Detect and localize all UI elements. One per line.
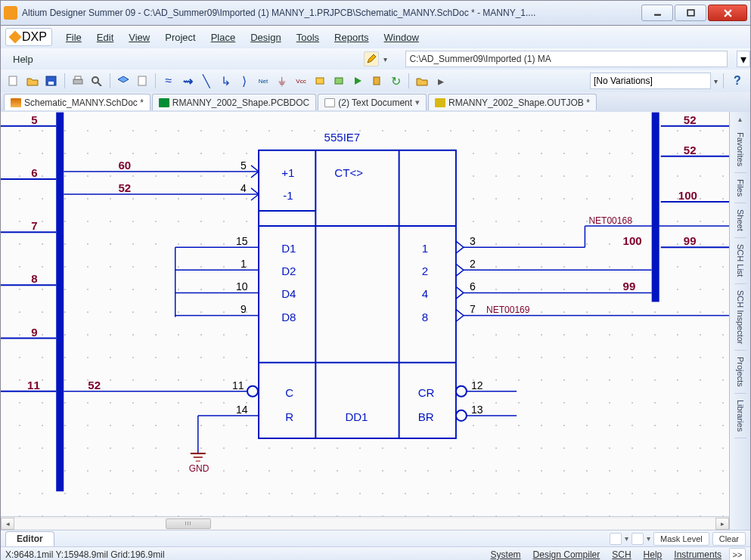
svg-text:100: 100 [678, 189, 697, 202]
sidetab-libraries[interactable]: Libraries [734, 394, 746, 438]
folder-icon[interactable] [414, 73, 430, 89]
sidetab-projects[interactable]: Projects [734, 351, 746, 394]
dxp-menu[interactable]: DXP [5, 28, 52, 46]
menu-help[interactable]: Help [5, 51, 41, 67]
mask-level-button[interactable]: Mask Level [653, 532, 709, 546]
preview-icon[interactable] [88, 73, 105, 89]
bus-icon[interactable]: ⇝ [179, 73, 196, 89]
svg-text:52: 52 [684, 113, 697, 126]
hscroll-right-button[interactable]: ▸ [715, 518, 729, 530]
eyedropper-icon[interactable] [610, 533, 622, 545]
gnd-icon[interactable]: ⏚ [274, 73, 290, 89]
more-panels-button[interactable]: >> [729, 548, 746, 560]
svg-rect-12 [374, 77, 380, 85]
link-sch[interactable]: SCH [607, 548, 635, 560]
status-bar: X:9648.1mil Y:15948.9mil Grid:196.9mil S… [1, 546, 750, 560]
maximize-button[interactable] [675, 5, 706, 21]
svg-text:D8: D8 [281, 311, 296, 323]
filter-icon[interactable] [632, 533, 644, 545]
sheet-icon[interactable] [134, 73, 151, 89]
menu-window[interactable]: Window [377, 29, 427, 45]
sidetab-schlist[interactable]: SCH List [734, 238, 746, 283]
netlabel-5: 5 [31, 113, 37, 126]
open-icon[interactable] [24, 73, 41, 89]
vcc-icon[interactable]: Vcc [293, 73, 309, 89]
busentry-icon[interactable]: ╲ [198, 73, 215, 89]
dxp-icon [9, 31, 22, 44]
link-help[interactable]: Help [639, 548, 667, 560]
menu-file[interactable]: File [58, 29, 89, 45]
menu-place[interactable]: Place [203, 29, 244, 45]
sidetab-favorites[interactable]: Favorites [734, 126, 746, 173]
menu-project[interactable]: Project [157, 29, 203, 45]
update-icon[interactable]: ↻ [387, 73, 404, 89]
menu-view[interactable]: View [121, 29, 157, 45]
svg-text:CR: CR [418, 386, 435, 399]
schematic-svg: 5 6 7 8 9 11 60 5 52 4 15 [1, 112, 729, 530]
svg-text:2: 2 [470, 258, 476, 270]
svg-text:52: 52 [88, 379, 101, 391]
tab-schematic[interactable]: Schematic_MANNY.SchDoc * [4, 94, 151, 110]
sheetsymbol-icon[interactable] [331, 73, 347, 89]
tab-text[interactable]: (2) Text Document ▾ [318, 94, 427, 110]
bottom-panels: Editor ▾ ▾ Mask Level Clear X:9648.1mil … [0, 530, 751, 560]
svg-text:2: 2 [422, 265, 428, 277]
print-icon[interactable] [70, 73, 86, 89]
svg-text:52: 52 [118, 181, 131, 194]
wire-icon[interactable]: ≈ [160, 73, 177, 89]
svg-rect-5 [73, 79, 82, 84]
schematic-canvas[interactable]: 5 6 7 8 9 11 60 5 52 4 15 [1, 112, 729, 530]
outjob-doc-icon [435, 98, 445, 107]
menu-design[interactable]: Design [243, 29, 288, 45]
save-icon[interactable] [43, 73, 60, 89]
hscroll-left-button[interactable]: ◂ [1, 518, 14, 530]
port-icon[interactable]: ⟩ [236, 73, 253, 89]
sidetab-sheet[interactable]: Sheet [734, 203, 746, 238]
editor-tab[interactable]: Editor [5, 531, 54, 546]
tab-outjob[interactable]: RMANNY_2002_Shape.OUTJOB * [428, 94, 597, 110]
svg-rect-4 [48, 82, 54, 85]
pcb-doc-icon [159, 98, 169, 107]
hscroll-track[interactable]: III [14, 518, 715, 529]
menu-reports[interactable]: Reports [327, 29, 377, 45]
horizontal-scrollbar[interactable]: ◂ III ▸ [1, 516, 729, 530]
play-icon[interactable] [349, 73, 366, 89]
new-doc-icon[interactable] [5, 73, 22, 89]
tab-pcb[interactable]: RMANNY_2002_Shape.PCBDOC [152, 94, 316, 110]
svg-text:9: 9 [241, 303, 247, 315]
help-icon[interactable]: ? [729, 73, 746, 89]
sidetab-files[interactable]: Files [734, 173, 746, 203]
layers-icon[interactable] [115, 73, 132, 89]
variations-select[interactable]: [No Variations] [590, 73, 711, 89]
net-tool-icon[interactable]: Net [255, 73, 272, 89]
folder-arrow-icon[interactable]: ▸ [433, 73, 449, 89]
svg-rect-1 [687, 10, 694, 16]
menu-tools[interactable]: Tools [289, 29, 327, 45]
link-design-compiler[interactable]: Design Compiler [529, 548, 605, 560]
svg-text:99: 99 [623, 280, 636, 292]
sidetab-schinspector[interactable]: SCH Inspector [734, 284, 746, 351]
hscroll-thumb[interactable]: III [166, 518, 211, 529]
svg-text:1: 1 [422, 242, 428, 255]
svg-text:D1: D1 [281, 242, 296, 255]
netlabel-icon[interactable]: ↳ [217, 73, 234, 89]
svg-point-7 [92, 77, 98, 83]
main-toolbar: ≈ ⇝ ╲ ↳ ⟩ Net ⏚ Vcc ↻ ▸ [No Variations] … [0, 70, 751, 92]
clear-button[interactable]: Clear [712, 532, 746, 546]
text-doc-icon [324, 98, 335, 107]
link-system[interactable]: System [486, 548, 526, 560]
path-dropdown-button[interactable]: ▾ [737, 51, 750, 67]
svg-text:10: 10 [236, 280, 248, 292]
svg-text:4: 4 [241, 182, 247, 194]
svg-text:1: 1 [241, 258, 247, 270]
svg-point-79 [456, 386, 467, 397]
part-icon[interactable] [312, 73, 328, 89]
link-instruments[interactable]: Instruments [669, 548, 726, 560]
document-path-field[interactable]: C:\AD_Summer09\Imported (1) MA [405, 51, 728, 67]
close-button[interactable] [708, 5, 747, 21]
pencil-tool-icon[interactable] [364, 51, 379, 67]
component-icon[interactable] [368, 73, 385, 89]
menu-edit[interactable]: Edit [89, 29, 121, 45]
sidepanel-scroll-up[interactable]: ▴ [738, 112, 742, 126]
minimize-button[interactable] [641, 5, 673, 21]
